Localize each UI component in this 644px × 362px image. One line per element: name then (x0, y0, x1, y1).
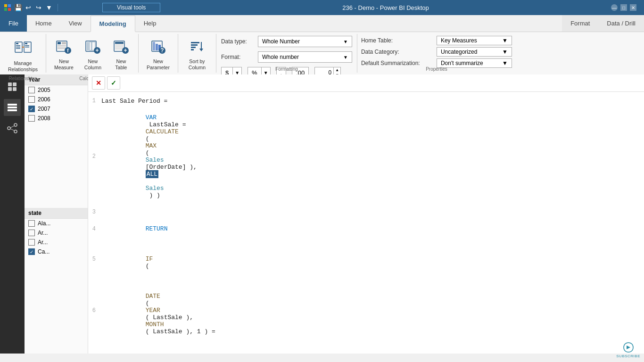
cancel-edit-button[interactable]: ✕ (92, 76, 105, 90)
sidebar-item-data[interactable] (4, 99, 21, 116)
date1-args: ( (146, 300, 153, 307)
checkbox-2008[interactable] (28, 115, 35, 122)
svg-rect-5 (16, 43, 18, 44)
checkbox-ar1[interactable] (28, 230, 35, 236)
code-content-1[interactable]: Last Sale Period = (101, 98, 644, 105)
checkbox-ala[interactable] (28, 220, 35, 227)
tab-home[interactable]: Home (27, 15, 60, 32)
quick-access-dropdown[interactable]: ▼ (45, 4, 53, 11)
field-item-2008[interactable]: 2008 (25, 114, 88, 123)
state-section: state Ala... Ar... Ar... ✓ (25, 208, 88, 256)
tab-help[interactable]: Help (135, 15, 165, 32)
checkbox-ar2[interactable] (28, 239, 35, 246)
new-column-button[interactable]: + New Column (80, 36, 106, 70)
maximize-btn[interactable]: □ (620, 4, 627, 11)
code-content-2[interactable]: VAR LastSale = CALCULATE ( MAX ( Sales [… (101, 107, 644, 206)
manage-relationships-label: Manage Relationships (8, 60, 38, 72)
svg-rect-43 (191, 47, 196, 48)
datatype-row: Data type: Whole Number ▼ (221, 36, 352, 47)
svg-rect-36 (153, 42, 155, 50)
summarization-value: Don't summarize (441, 60, 483, 66)
format-label: Format: (221, 54, 254, 60)
if-fn: IF (146, 255, 153, 263)
field-item-2006[interactable]: 2006 (25, 95, 88, 104)
tab-file[interactable]: File (0, 15, 27, 32)
tab-modeling[interactable]: Modeling (91, 16, 135, 32)
undo-icon[interactable]: ↩ (25, 4, 32, 11)
new-table-button[interactable]: + New Table (108, 36, 134, 70)
field-label-ar1: Ar... (38, 230, 48, 236)
code-content-3[interactable] (101, 209, 644, 216)
cancel-icon: ✕ (96, 79, 101, 87)
checkbox-ca[interactable]: ✓ (28, 248, 35, 255)
title-bar: 💾 ↩ ↪ ▼ Visual tools 236 - Demo - Power … (0, 0, 644, 15)
title-bar-icons[interactable]: 💾 ↩ ↪ ▼ (4, 4, 60, 11)
field-item-ca[interactable]: ✓ Ca... (25, 247, 88, 256)
state-field-list: Ala... Ar... Ar... ✓ Ca... (25, 219, 88, 256)
datacategory-value: Uncategorized (441, 49, 477, 55)
svg-point-55 (14, 123, 17, 126)
new-parameter-button[interactable]: ? New Parameter (142, 36, 174, 70)
max-fn: MAX (146, 142, 157, 149)
hometable-dropdown[interactable]: Key Measures ▼ (437, 36, 512, 45)
field-item-ar2[interactable]: Ar... (25, 238, 88, 247)
code-content-5[interactable]: IF ( (101, 241, 644, 277)
svg-rect-49 (8, 87, 12, 91)
manage-relationships-button[interactable]: Manage Relationships (4, 36, 42, 70)
new-measure-button[interactable]: f New Measure (50, 36, 78, 70)
code-line-6: 6 DATE ( YEAR ( LastSale ), MONTH ( Last… (88, 278, 644, 343)
year1-args: ( LastSale ), (146, 314, 197, 321)
field-item-ala[interactable]: Ala... (25, 219, 88, 228)
sidebar-item-model[interactable] (4, 120, 21, 137)
close-btn[interactable]: ✕ (630, 4, 636, 11)
datacategory-row: Data Category: Uncategorized ▼ (361, 47, 512, 57)
tab-datadrill[interactable]: Data / Drill (598, 15, 644, 32)
svg-line-58 (10, 129, 14, 131)
code-content-4[interactable]: RETURN (101, 218, 644, 239)
field-item-2007[interactable]: ✓ 2007 (25, 104, 88, 114)
code-content-6[interactable]: DATE ( YEAR ( LastSale ), MONTH ( LastSa… (101, 279, 644, 342)
properties-group-label: Properties (357, 66, 516, 72)
datatype-arrow: ▼ (343, 39, 348, 44)
svg-rect-11 (25, 45, 29, 46)
code-line-5: 5 IF ( (88, 240, 644, 278)
tab-format[interactable]: Format (562, 15, 598, 32)
svg-rect-18 (58, 47, 66, 48)
checkbox-2005[interactable] (28, 87, 35, 93)
line-num-6: 6 (88, 307, 101, 314)
svg-line-57 (10, 126, 14, 128)
separator (58, 4, 58, 11)
new-parameter-icon: ? (150, 38, 166, 57)
checkbox-2006[interactable] (28, 96, 35, 103)
ribbon-group-sort: Sort by Column Sort (178, 34, 216, 73)
field-label-2007: 2007 (38, 106, 50, 112)
confirm-edit-button[interactable]: ✓ (107, 76, 120, 90)
code-line-2: 2 VAR LastSale = CALCULATE ( MAX ( Sales… (88, 106, 644, 207)
new-table-label: New Table (115, 58, 127, 70)
field-item-2005[interactable]: 2005 (25, 85, 88, 95)
svg-text:?: ? (161, 47, 164, 54)
svg-rect-30 (115, 44, 124, 46)
datacategory-dropdown[interactable]: Uncategorized ▼ (437, 47, 512, 57)
line-num-5: 5 (88, 256, 101, 263)
line-num-2: 2 (88, 153, 101, 160)
minimize-btn[interactable]: — (611, 4, 618, 11)
format-dropdown[interactable]: Whole number ▼ (258, 51, 352, 63)
subscribe-text: SUBSCRIBE (616, 354, 640, 358)
save-icon[interactable]: 💾 (14, 4, 22, 11)
redo-icon[interactable]: ↪ (35, 4, 42, 11)
tab-view[interactable]: View (60, 15, 91, 32)
year-field-list: 2005 2006 ✓ 2007 2008 (25, 85, 88, 123)
datatype-dropdown[interactable]: Whole Number ▼ (258, 36, 352, 47)
hometable-label: Home Table: (361, 37, 437, 44)
checkbox-2007[interactable]: ✓ (28, 106, 35, 112)
calculate-fn: CALCULATE (146, 128, 179, 135)
field-item-ar1[interactable]: Ar... (25, 228, 88, 238)
month1-args: ( LastSale ), 1 ) = (146, 328, 215, 335)
svg-rect-29 (115, 42, 124, 44)
code-content-7[interactable]: DATE ( YEAR ( MAX ( Dates [Date] ) ), MO… (101, 344, 644, 354)
sort-by-column-button[interactable]: Sort by Column (182, 36, 212, 70)
svg-rect-10 (25, 43, 27, 44)
svg-rect-15 (58, 42, 61, 44)
return-keyword: RETURN (146, 225, 168, 232)
